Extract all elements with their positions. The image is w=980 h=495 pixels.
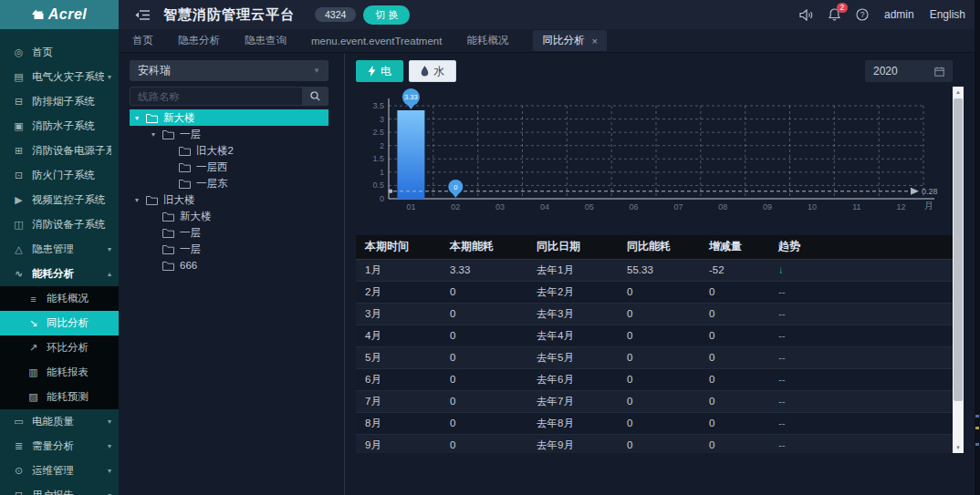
home-icon: ◎ [12,46,26,58]
sidebar-submenu: ≡能耗概况↘同比分析↗环比分析▥能耗报表▨能耗预测 [0,286,119,409]
bell-icon[interactable]: 2 [829,8,840,21]
sidebar-item-energy-forecast[interactable]: ▨能耗预测 [0,385,119,409]
sidebar-item-fire-equipment-power-system[interactable]: ⊞消防设备电源子系统 [0,139,119,163]
folder-icon [146,195,158,205]
column-header: 增减量 [700,235,769,259]
tree-node[interactable]: ▾一层 [130,126,328,142]
table-row: 2月0去年2月00-- [356,281,953,303]
menu-fold-icon[interactable] [135,9,151,21]
tree-node[interactable]: ▾旧大楼 [130,191,328,208]
chart-container: 00.511.522.533.5010203040506070809101112… [356,88,953,222]
sound-icon[interactable] [799,9,813,21]
table-cell: 0 [618,346,700,368]
sidebar-item-video-monitoring-system[interactable]: ▶视频监控子系统 [0,188,119,212]
tab-energy-overview[interactable]: 能耗概况 [466,34,508,47]
sidebar-item-label: 能耗预测 [47,390,111,404]
search-input[interactable] [130,88,302,105]
tree-node[interactable]: ▾新大楼 [130,109,328,126]
table-cell: 0 [618,281,700,303]
sidebar-item-home[interactable]: ◎首页 [0,40,119,65]
tab-home[interactable]: 首页 [132,34,153,47]
table-cell: 0 [700,303,769,325]
help-icon[interactable]: ? [856,8,869,21]
scrollbar-thumb[interactable] [954,98,963,401]
window-scrollbar[interactable] [975,0,980,495]
tree-node[interactable]: 666 [130,257,328,273]
sidebar-item-energy-overview[interactable]: ≡能耗概况 [0,286,119,311]
sidebar-item-fire-water-system[interactable]: ▣消防水子系统 [0,114,119,139]
scroll-down-icon[interactable]: ▼ [953,442,964,453]
tab-hazard-analysis[interactable]: 隐患分析 [178,34,220,47]
switch-button[interactable]: 切 换 [363,5,410,25]
year-picker[interactable]: 2020 [865,60,953,82]
fire-equipment-system-icon: ◫ [12,219,26,231]
sidebar-item-mom-analysis[interactable]: ↗环比分析 [0,335,119,360]
sidebar-item-label: 运维管理 [32,464,104,478]
energy-report-icon: ▥ [26,366,40,378]
svg-text:?: ? [860,10,865,19]
tab-hazard-query[interactable]: 隐患查询 [245,34,287,47]
water-toggle[interactable]: 水 [409,60,456,82]
sidebar-item-label: 消防设备子系统 [32,218,111,232]
tab-yoy-analysis[interactable]: 同比分析× [533,30,606,51]
tree-node-label: 一层东 [196,177,228,191]
site-select[interactable]: 安科瑞 ▼ [130,60,328,81]
table-cell: 0 [441,390,527,412]
sidebar-item-power-quality[interactable]: ▭电能质量▾ [0,409,119,434]
lightning-icon [368,66,376,77]
folder-icon [162,211,174,222]
tree-node[interactable]: 一层 [130,224,328,241]
trend-none-label: -- [778,330,786,341]
sidebar-item-energy-report[interactable]: ▥能耗报表 [0,360,119,385]
table-cell: 0 [700,434,769,453]
sidebar-item-fire-equipment-system[interactable]: ◫消防设备子系统 [0,212,119,237]
year-value: 2020 [873,65,898,77]
energy-overview-icon: ≡ [26,294,40,304]
language-switch[interactable]: English [930,8,965,21]
tree-node-label: 一层 [180,242,201,256]
table-row: 1月3.33去年1月55.33-52↓ [356,259,953,281]
column-header: 同比能耗 [618,235,700,259]
content-scrollbar[interactable]: ▲ ▼ [953,87,964,453]
sidebar-item-energy-analysis[interactable]: ∿能耗分析▴ [0,262,119,286]
close-icon[interactable]: × [591,36,597,46]
folder-icon [179,179,191,189]
tree-node[interactable]: 一层西 [130,159,328,175]
tree-node[interactable]: 新大楼 [130,208,328,224]
sidebar-item-smoke-exhaust-system[interactable]: ⊟防排烟子系统 [0,89,119,114]
table-row: 8月0去年8月00-- [356,412,953,434]
sidebar-item-demand-analysis[interactable]: ≣需量分析▾ [0,434,119,459]
scroll-mark [975,427,979,429]
table-row: 9月0去年9月00-- [356,434,953,453]
tab-label: 隐患分析 [178,34,220,47]
table-cell: 0 [441,325,527,346]
sidebar-item-electrical-fire-system[interactable]: ▤电气火灾子系统▾ [0,65,119,89]
user-menu[interactable]: admin [884,8,914,21]
user-report-icon: ⊟ [12,490,26,495]
sidebar-item-user-report[interactable]: ⊟用户报告▾ [0,483,119,495]
table-cell: 7月 [356,390,441,412]
svg-text:1.5: 1.5 [372,154,384,163]
table-cell: 9月 [356,434,441,453]
search-button[interactable] [302,88,328,105]
scroll-mark [975,415,979,418]
tab-event-treatment[interactable]: menu.event.eventTreatment [311,36,442,46]
trend-none-label: -- [778,418,786,428]
sidebar-item-yoy-analysis[interactable]: ↘同比分析 [0,311,119,335]
svg-text:10: 10 [808,202,817,211]
sidebar-item-hazard-management[interactable]: △隐患管理▾ [0,237,119,262]
electricity-toggle[interactable]: 电 [356,60,403,82]
table-cell: 6月 [356,368,441,390]
sidebar-item-label: 能耗报表 [47,366,111,379]
sidebar-item-label: 电能质量 [32,415,104,428]
sidebar-item-label: 能耗分析 [32,267,104,281]
tree-node[interactable]: 旧大楼2 [130,142,328,159]
tab-label: 同比分析 [542,34,584,47]
tree-node[interactable]: 一层东 [130,175,328,191]
tree-node[interactable]: 一层 [130,241,328,257]
trend-cell: -- [769,303,953,325]
sidebar-item-operations-management[interactable]: ⊙运维管理▾ [0,459,119,483]
scroll-up-icon[interactable]: ▲ [953,87,964,98]
sidebar-item-fire-door-system[interactable]: ⊡防火门子系统 [0,163,119,188]
svg-text:11: 11 [852,202,860,211]
